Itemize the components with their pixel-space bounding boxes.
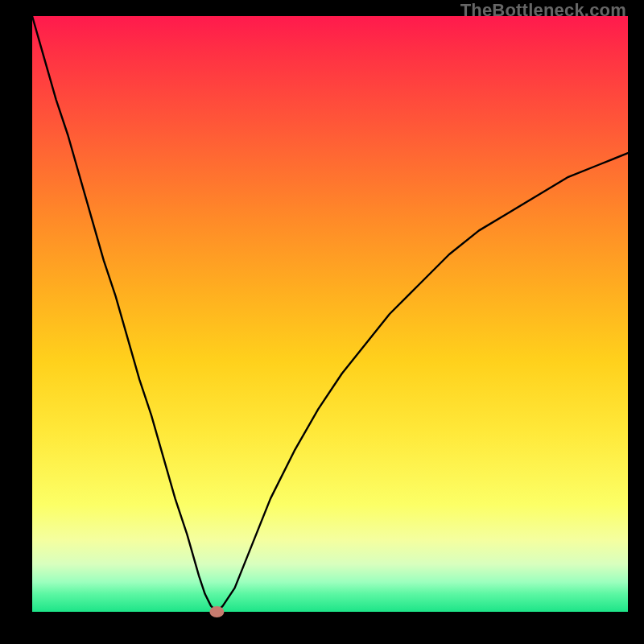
- plot-area: [32, 16, 628, 612]
- watermark-label: TheBottleneck.com: [460, 0, 626, 21]
- chart-stage: TheBottleneck.com: [0, 0, 644, 644]
